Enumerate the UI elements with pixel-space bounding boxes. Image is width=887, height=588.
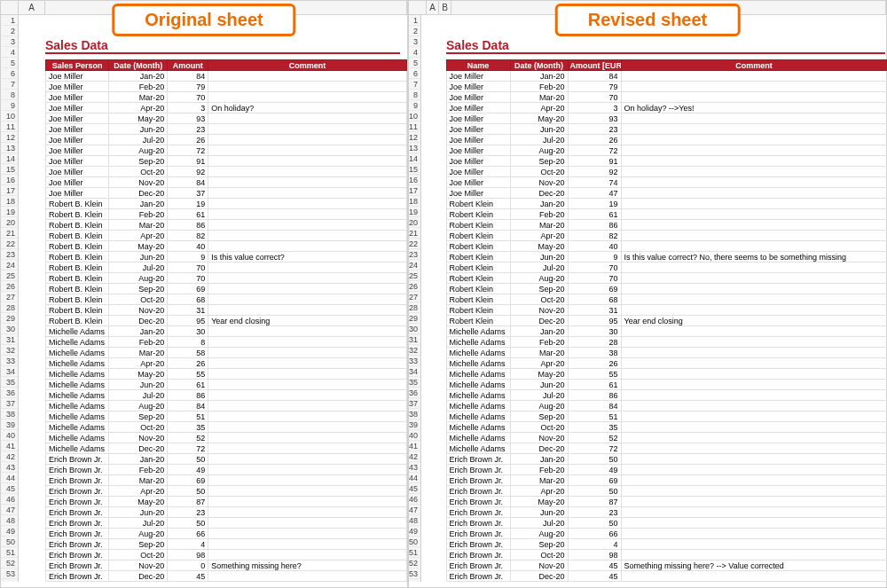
cell-month[interactable]: May-20	[109, 369, 168, 380]
cell-amount[interactable]: 98	[168, 550, 208, 561]
cell-comment[interactable]	[621, 465, 887, 475]
cell-month[interactable]: Dec-20	[510, 188, 568, 199]
cell-person[interactable]: Erich Brown Jr.	[46, 454, 109, 465]
cell-person[interactable]: Joe Miller	[446, 135, 510, 145]
row-number[interactable]: 5	[409, 58, 420, 68]
cell-month[interactable]: Nov-20	[510, 433, 568, 443]
cell-comment[interactable]	[208, 145, 407, 156]
cell-person[interactable]: Michelle Adams	[446, 348, 510, 358]
cell-comment[interactable]: Is this value correct?	[208, 252, 407, 263]
cell-person[interactable]: Robert Klein	[446, 284, 510, 294]
cell-amount[interactable]: 50	[568, 454, 621, 465]
cell-month[interactable]: Aug-20	[109, 273, 168, 284]
cell-amount[interactable]: 30	[568, 326, 621, 337]
cell-comment[interactable]	[621, 145, 887, 156]
table-row[interactable]: Joe MillerAug-2072	[19, 145, 407, 156]
cell-month[interactable]: Feb-20	[510, 465, 568, 475]
cell-comment[interactable]	[208, 507, 407, 518]
cell-comment[interactable]	[621, 529, 887, 539]
cell-amount[interactable]: 35	[568, 422, 621, 433]
cell-amount[interactable]: 50	[168, 486, 208, 497]
table-row[interactable]: Michelle AdamsJul-2086	[421, 390, 887, 401]
row-number[interactable]: 21	[1, 228, 18, 239]
table-row[interactable]: Michelle AdamsApr-2026	[19, 358, 407, 369]
cell-person[interactable]: Robert B. Klein	[46, 263, 109, 273]
table-row[interactable]: Joe MillerDec-2047	[421, 188, 887, 199]
cell-comment[interactable]	[621, 294, 887, 305]
cell-month[interactable]: Dec-20	[109, 443, 168, 454]
table-row[interactable]: Erich Brown Jr.Sep-204	[19, 539, 407, 550]
cell-amount[interactable]: 51	[168, 412, 208, 422]
row-number[interactable]: 8	[409, 90, 420, 100]
row-number[interactable]: 23	[409, 249, 420, 260]
cell-month[interactable]: Jun-20	[109, 380, 168, 390]
row-number[interactable]: 33	[409, 356, 420, 366]
row-number[interactable]: 23	[1, 249, 18, 260]
cell-comment[interactable]	[621, 124, 887, 135]
cell-person[interactable]: Erich Brown Jr.	[446, 529, 510, 539]
row-number[interactable]: 9	[1, 100, 18, 111]
row-number[interactable]: 39	[1, 419, 18, 430]
cell-amount[interactable]: 23	[568, 507, 621, 518]
cell-amount[interactable]: 61	[168, 209, 208, 220]
table-row[interactable]: Michelle AdamsNov-2052	[421, 433, 887, 443]
cell-amount[interactable]: 47	[568, 188, 621, 199]
cell-amount[interactable]: 84	[568, 401, 621, 412]
row-number[interactable]: 49	[1, 526, 18, 537]
cell-amount[interactable]: 26	[568, 135, 621, 145]
cell-month[interactable]: Jan-20	[510, 326, 568, 337]
cell-person[interactable]: Michelle Adams	[46, 337, 109, 348]
cell-month[interactable]: Oct-20	[510, 550, 568, 561]
cell-comment[interactable]	[208, 454, 407, 465]
table-row[interactable]: Joe MillerJul-2026	[421, 135, 887, 145]
cell-person[interactable]: Joe Miller	[446, 82, 510, 92]
cell-month[interactable]: Oct-20	[510, 294, 568, 305]
row-number[interactable]: 48	[409, 515, 420, 526]
cell-person[interactable]: Erich Brown Jr.	[446, 486, 510, 497]
cell-person[interactable]: Robert B. Klein	[46, 316, 109, 326]
cell-amount[interactable]: 87	[168, 497, 208, 507]
cell-month[interactable]: Nov-20	[510, 561, 568, 571]
table-row[interactable]: Erich Brown Jr.Nov-2045Something missing…	[421, 561, 887, 571]
cell-person[interactable]: Joe Miller	[446, 156, 510, 167]
cell-person[interactable]: Erich Brown Jr.	[46, 497, 109, 507]
cell-comment[interactable]	[208, 401, 407, 412]
cell-amount[interactable]: 74	[568, 177, 621, 188]
cell-amount[interactable]: 87	[568, 497, 621, 507]
row-number[interactable]: 44	[409, 473, 420, 483]
cell-month[interactable]: Jul-20	[109, 518, 168, 529]
cell-comment[interactable]	[621, 82, 887, 92]
row-number[interactable]: 53	[1, 568, 18, 579]
cell-person[interactable]: Michelle Adams	[46, 433, 109, 443]
cell-amount[interactable]: 49	[168, 465, 208, 475]
row-number[interactable]: 41	[1, 441, 18, 451]
cell-amount[interactable]: 61	[568, 380, 621, 390]
cell-comment[interactable]	[621, 507, 887, 518]
table-row[interactable]: Michelle AdamsJan-2030	[19, 326, 407, 337]
cell-person[interactable]: Erich Brown Jr.	[46, 465, 109, 475]
cell-month[interactable]: Apr-20	[109, 358, 168, 369]
row-number[interactable]: 40	[409, 430, 420, 441]
row-number[interactable]: 15	[409, 164, 420, 175]
cell-month[interactable]: Aug-20	[510, 273, 568, 284]
table-row[interactable]: Joe MillerJan-2084	[19, 71, 407, 82]
cell-person[interactable]: Joe Miller	[46, 188, 109, 199]
row-number[interactable]: 21	[409, 228, 420, 239]
cell-person[interactable]: Michelle Adams	[446, 390, 510, 401]
cell-month[interactable]: Nov-20	[109, 305, 168, 316]
cell-amount[interactable]: 19	[168, 199, 208, 209]
cell-comment[interactable]	[208, 220, 407, 231]
row-number[interactable]: 22	[409, 239, 420, 249]
cell-comment[interactable]	[208, 167, 407, 177]
cell-person[interactable]: Robert Klein	[446, 273, 510, 284]
cell-person[interactable]: Erich Brown Jr.	[446, 539, 510, 550]
cell-person[interactable]: Michelle Adams	[46, 380, 109, 390]
table-row[interactable]: Joe MillerNov-2084	[19, 177, 407, 188]
cell-comment[interactable]: Is this value correct? No, there seems t…	[621, 252, 887, 263]
cell-month[interactable]: Oct-20	[109, 422, 168, 433]
cell-comment[interactable]	[208, 135, 407, 145]
table-row[interactable]: Joe MillerOct-2092	[19, 167, 407, 177]
cell-comment[interactable]	[621, 188, 887, 199]
table-row[interactable]: Joe MillerFeb-2079	[19, 82, 407, 92]
table-row[interactable]: Robert B. KleinNov-2031	[19, 305, 407, 316]
